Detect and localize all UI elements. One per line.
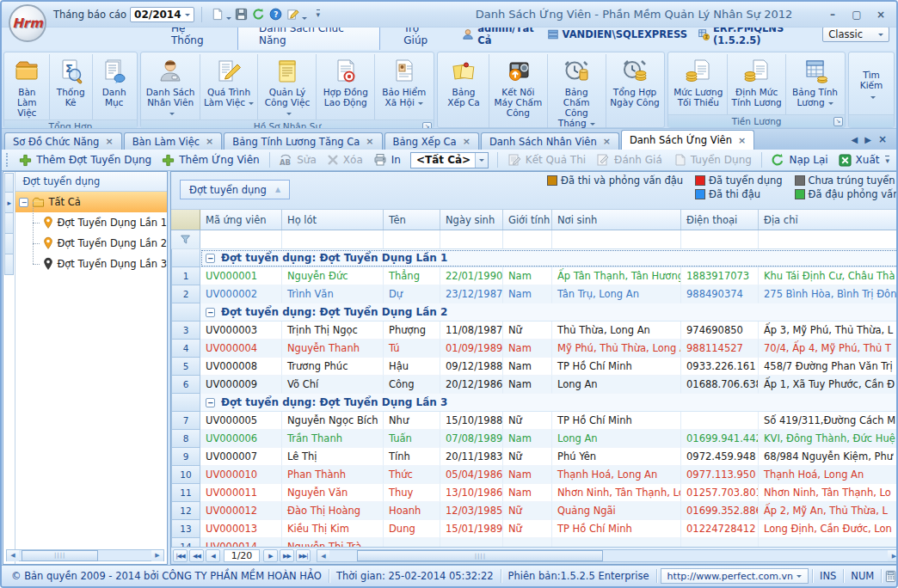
column-header-7[interactable]: Điện thoại bbox=[681, 210, 759, 230]
toolbar-button-3[interactable]: ABSửa bbox=[274, 151, 321, 168]
document-tab-4[interactable]: Danh Sách Nhân Viên× bbox=[481, 132, 619, 150]
collapse-icon[interactable]: − bbox=[206, 308, 215, 317]
close-tab-icon[interactable]: × bbox=[206, 136, 213, 147]
column-header-5[interactable]: Giới tính bbox=[503, 210, 552, 230]
tree-item-1[interactable]: Đợt Tuyển Dụng Lần 1 bbox=[15, 212, 167, 233]
grid-group-row-0[interactable]: −Đợt tuyển dụng: Đợt Tuyển Dụng Lần 1 bbox=[171, 249, 898, 267]
filter-cell-6[interactable] bbox=[552, 230, 681, 248]
grid-row-2[interactable]: 2UV000002Trình VănDự23/12/1987NamTân Trụ… bbox=[171, 285, 898, 303]
help-icon[interactable]: ? bbox=[268, 5, 285, 22]
grid-row-1[interactable]: 1UV000001Nguyễn ĐứcThẳng22/01/1990NamẤp … bbox=[171, 267, 898, 285]
grid-row-6[interactable]: 6UV000009Võ ChíCông20/12/1986NamLong An0… bbox=[171, 376, 898, 394]
document-tab-0[interactable]: Sơ Đồ Chức Năng× bbox=[4, 132, 122, 150]
filter-cell-3[interactable] bbox=[384, 230, 440, 248]
save-icon[interactable] bbox=[233, 5, 250, 22]
tree-horizontal-scrollbar[interactable]: ◀ |||| ▶ bbox=[6, 549, 164, 561]
scroll-tabs-right-button[interactable]: ▶ bbox=[864, 135, 871, 144]
close-tab-button[interactable]: × bbox=[878, 133, 887, 145]
edit-icon[interactable] bbox=[285, 5, 302, 22]
theme-select[interactable]: Classic bbox=[822, 27, 889, 42]
filter-cell-2[interactable] bbox=[282, 230, 384, 248]
website-link[interactable]: http://www.perfect.com.vn bbox=[661, 568, 809, 584]
ribbon-button-1-1[interactable]: Quá Trình Làm Việc bbox=[200, 54, 259, 119]
scroll-thumb[interactable]: |||| bbox=[357, 550, 603, 561]
grid-row-4[interactable]: 4UV000004Nguyễn ThanhTú01/09/1989NamMỹ P… bbox=[171, 340, 898, 358]
toolbar-button-8[interactable]: Kết Quả Thi bbox=[503, 151, 590, 168]
scroll-tabs-left-button[interactable]: ◀ bbox=[852, 135, 858, 144]
toolbar-button-10[interactable]: Tuyển Dụng bbox=[668, 151, 756, 168]
row-indicator[interactable]: 13 bbox=[171, 520, 200, 538]
tree-row-indicator[interactable] bbox=[4, 234, 14, 254]
filter-cell-1[interactable] bbox=[200, 230, 282, 248]
ribbon-button-4-0[interactable]: Tìm Kiếm bbox=[850, 54, 893, 114]
close-tab-icon[interactable]: × bbox=[463, 136, 471, 147]
app-logo[interactable]: Hrm bbox=[9, 4, 46, 42]
toolbar-button-12[interactable]: Nạp Lại bbox=[766, 151, 832, 168]
tree-header[interactable]: Đợt tuyển dụng bbox=[15, 172, 167, 192]
row-indicator[interactable]: 7 bbox=[171, 412, 200, 430]
row-indicator[interactable]: 2 bbox=[171, 285, 200, 303]
ribbon-button-3-2[interactable]: Bảng Tính Lương bbox=[786, 54, 844, 114]
tree-row-indicator[interactable] bbox=[4, 213, 14, 234]
grid-row-8[interactable]: 8UV000006Trần ThanhTuấn07/08/1989NamLong… bbox=[171, 430, 898, 448]
dialog-launcher-icon[interactable]: ↘ bbox=[833, 117, 843, 126]
row-indicator[interactable]: 3 bbox=[171, 322, 200, 340]
next-page-button[interactable]: ▶▶ bbox=[280, 549, 294, 562]
scroll-thumb[interactable]: |||| bbox=[22, 550, 98, 561]
ribbon-button-3-0[interactable]: Mức Lương Tối Thiểu bbox=[669, 54, 728, 114]
grid-row-12[interactable]: 12UV000012Đào Thị HoàngHoanh12/03/1985Nữ… bbox=[171, 502, 898, 520]
tree-item-3[interactable]: Đợt Tuyển Dụng Lần 3 bbox=[15, 254, 167, 274]
minimize-button[interactable]: – bbox=[826, 9, 840, 21]
toolbar-overflow-button[interactable]: ▾ bbox=[885, 156, 889, 165]
row-indicator[interactable]: 12 bbox=[171, 502, 200, 520]
maximize-button[interactable]: ▢ bbox=[850, 9, 864, 21]
grid-group-row-2[interactable]: −Đợt tuyển dụng: Đợt Tuyển Dụng Lần 3 bbox=[171, 394, 898, 412]
report-month-select[interactable]: 02/2014 bbox=[130, 7, 194, 22]
column-header-indicator[interactable] bbox=[171, 210, 200, 230]
document-tab-3[interactable]: Bảng Xếp Ca× bbox=[384, 132, 479, 150]
ribbon-button-3-1[interactable]: Định Mức Tính Lương bbox=[728, 54, 786, 114]
next-record-button[interactable]: ▶ bbox=[263, 549, 278, 562]
ribbon-button-1-2[interactable]: Quản Lý Công Việc bbox=[258, 54, 317, 119]
collapse-icon[interactable]: − bbox=[19, 198, 28, 207]
group-by-box[interactable]: Đợt tuyển dụng▲ bbox=[180, 180, 290, 199]
prev-page-button[interactable]: ◀◀ bbox=[189, 549, 204, 562]
grid-horizontal-scrollbar[interactable]: ◀ |||| ▶ bbox=[317, 549, 898, 562]
column-header-6[interactable]: Nơi sinh bbox=[552, 210, 681, 230]
qat-overflow-button[interactable]: ▾ bbox=[317, 9, 321, 19]
scroll-left-icon[interactable]: ◀ bbox=[7, 550, 19, 561]
document-tab-2[interactable]: Bảng Tính Lương Tăng Ca× bbox=[224, 132, 382, 150]
filter-cell-4[interactable] bbox=[440, 230, 503, 248]
close-tab-icon[interactable]: × bbox=[105, 136, 113, 147]
row-indicator[interactable]: 1 bbox=[171, 267, 200, 285]
new-file-icon[interactable] bbox=[209, 5, 226, 22]
ribbon-button-2-3[interactable]: Tổng Hợp Ngày Công bbox=[606, 54, 664, 129]
tree-row-indicator[interactable]: ▸ bbox=[4, 193, 14, 213]
close-tab-icon[interactable]: × bbox=[738, 135, 746, 146]
tree-item-2[interactable]: Đợt Tuyển Dụng Lần 2 bbox=[15, 233, 167, 254]
grid-row-10[interactable]: 10UV000010Phan ThànhThức05/04/1986NamThạ… bbox=[171, 466, 898, 484]
toolbar-button-0[interactable]: Thêm Đợt Tuyển Dụng bbox=[15, 152, 156, 168]
column-header-4[interactable]: Ngày sinh bbox=[440, 210, 503, 230]
row-indicator[interactable]: 8 bbox=[171, 430, 200, 448]
calculator-icon[interactable] bbox=[884, 568, 897, 584]
grid-row-7[interactable]: 7UV000005Nguyễn Ngọc BíchNhư15/10/1988Nữ… bbox=[171, 412, 898, 430]
grid-row-11[interactable]: 11UV000011Nguyễn VănThuy13/10/1986NamNhơ… bbox=[171, 484, 898, 502]
collapse-icon[interactable]: − bbox=[206, 398, 215, 407]
filter-cell-8[interactable] bbox=[759, 230, 898, 248]
ribbon-button-1-3[interactable]: Hợp Đồng Lao Động bbox=[317, 54, 375, 119]
filter-cell-7[interactable] bbox=[681, 230, 759, 248]
document-tab-5[interactable]: Danh Sách Ứng Viên× bbox=[621, 130, 754, 150]
row-indicator[interactable]: 9 bbox=[171, 448, 200, 466]
ribbon-button-0-0[interactable]: Bàn Làm Việc bbox=[5, 54, 50, 119]
dialog-launcher-icon[interactable]: ↘ bbox=[422, 122, 432, 129]
row-indicator[interactable]: 6 bbox=[171, 376, 200, 394]
column-header-1[interactable]: Mã ứng viên bbox=[200, 210, 282, 230]
close-tab-icon[interactable]: × bbox=[366, 136, 373, 147]
scroll-right-icon[interactable]: ▶ bbox=[151, 550, 163, 561]
toolbar-button-9[interactable]: Đánh Giá bbox=[592, 151, 667, 168]
tree-row-indicator[interactable] bbox=[4, 254, 14, 275]
scroll-left-icon[interactable]: ◀ bbox=[317, 550, 329, 561]
refresh-icon[interactable] bbox=[250, 5, 268, 22]
column-header-8[interactable]: Địa chỉ bbox=[759, 210, 898, 230]
